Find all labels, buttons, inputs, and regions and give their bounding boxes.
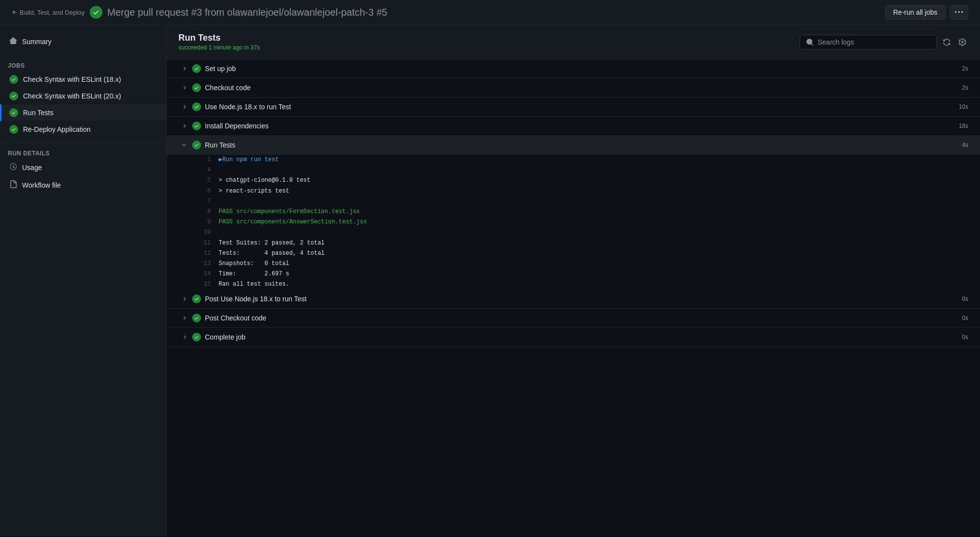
step-name: Post Checkout code	[205, 314, 949, 322]
step-duration: 0s	[949, 315, 968, 321]
main-layout: Summary Jobs Check Syntax with ESLint (1…	[0, 25, 980, 536]
search-box[interactable]	[800, 35, 937, 49]
step-duration: 4s	[949, 142, 968, 148]
step-status-icon	[192, 64, 201, 73]
steps-list: Set up job 2s Checkout code 2s	[167, 59, 980, 347]
step-name: Run Tests	[205, 141, 949, 149]
job-label: Re-Deploy Application	[23, 125, 91, 133]
log-line: 7	[167, 196, 980, 207]
log-line: 13 Snapshots: 0 total	[167, 259, 980, 269]
job-label: Check Syntax with ESLint (20.x)	[23, 92, 121, 100]
sidebar-divider-2	[0, 142, 166, 142]
sidebar-item-workflow-file[interactable]: Workflow file	[0, 176, 166, 194]
log-text: Snapshots: 0 total	[219, 259, 289, 268]
step-chevron-install-deps[interactable]	[178, 122, 190, 130]
sidebar-item-redeploy[interactable]: Re-Deploy Application	[0, 121, 166, 138]
sidebar: Summary Jobs Check Syntax with ESLint (1…	[0, 25, 167, 536]
log-output: 1 ▶Run npm run test 4 5 > chatgpt-clone@…	[167, 155, 980, 290]
step-chevron-checkout-code[interactable]	[178, 84, 190, 92]
file-icon	[9, 180, 17, 190]
sidebar-item-run-tests[interactable]: Run Tests	[0, 104, 166, 121]
step-set-up-job[interactable]: Set up job 2s	[167, 59, 980, 78]
line-number: 13	[196, 259, 211, 268]
log-text: > chatgpt-clone@0.1.0 test	[219, 176, 310, 185]
run-details-section-label: Run details	[0, 146, 166, 159]
more-options-button[interactable]	[950, 5, 968, 20]
step-name: Install Dependencies	[205, 122, 949, 130]
job-title: Run Tests	[178, 33, 260, 43]
usage-label: Usage	[22, 164, 42, 171]
step-chevron-post-use-nodejs[interactable]	[178, 295, 190, 303]
line-number: 8	[196, 207, 211, 217]
workflow-file-label: Workflow file	[22, 181, 61, 189]
line-number: 7	[196, 197, 211, 206]
search-icon	[806, 38, 814, 46]
sidebar-item-eslint-18[interactable]: Check Syntax with ESLint (18.x)	[0, 71, 166, 88]
rerun-all-jobs-button[interactable]: Re-run all jobs	[885, 5, 946, 20]
log-text: Time: 2.697 s	[219, 269, 289, 279]
header-actions	[800, 35, 968, 49]
log-line: 11 Test Suites: 2 passed, 2 total	[167, 238, 980, 248]
step-status-icon	[192, 333, 201, 342]
step-post-use-nodejs[interactable]: Post Use Node.js 18.x to run Test 0s	[167, 290, 980, 309]
workflow-status-icon	[90, 6, 102, 19]
home-icon	[9, 37, 17, 46]
job-info: Run Tests succeeded 1 minute ago in 37s	[178, 33, 260, 51]
step-chevron-run-tests[interactable]	[178, 141, 190, 149]
step-duration: 2s	[949, 65, 968, 72]
main-content: Run Tests succeeded 1 minute ago in 37s	[167, 25, 980, 536]
top-bar-right: Re-run all jobs	[885, 5, 968, 20]
search-input[interactable]	[818, 38, 916, 46]
log-line: 14 Time: 2.697 s	[167, 269, 980, 279]
job-status-icon	[9, 108, 18, 117]
line-number: 11	[196, 239, 211, 248]
step-use-nodejs[interactable]: Use Node.js 18.x to run Test 10s	[167, 98, 980, 117]
step-complete-job[interactable]: Complete job 0s	[167, 328, 980, 347]
step-status-icon	[192, 314, 201, 322]
job-time: 1 minute ago in 37s	[208, 44, 260, 51]
log-line: 9 PASS src/components/AnswerSection.test…	[167, 217, 980, 227]
log-line: 5 > chatgpt-clone@0.1.0 test	[167, 175, 980, 186]
line-number: 14	[196, 269, 211, 279]
summary-label: Summary	[22, 38, 51, 46]
line-number: 9	[196, 218, 211, 227]
settings-button[interactable]	[956, 36, 968, 48]
line-number: 6	[196, 187, 211, 196]
job-status-icon	[9, 92, 18, 100]
step-name: Set up job	[205, 65, 949, 73]
log-text	[219, 166, 222, 175]
log-line: 15 Ran all test suites.	[167, 279, 980, 290]
step-name: Complete job	[205, 333, 949, 341]
step-checkout-code[interactable]: Checkout code 2s	[167, 78, 980, 98]
step-status-icon	[192, 122, 201, 130]
step-duration: 2s	[949, 84, 968, 91]
back-link[interactable]: Build, Test, and Deploy	[12, 9, 85, 16]
job-label: Check Syntax with ESLint (18.x)	[23, 75, 121, 83]
step-duration: 18s	[949, 122, 968, 129]
step-run-tests[interactable]: Run Tests 4s	[167, 136, 980, 155]
job-status-icon	[9, 75, 18, 84]
step-status-icon	[192, 102, 201, 111]
refresh-button[interactable]	[941, 36, 953, 48]
log-line: 12 Tests: 4 passed, 4 total	[167, 248, 980, 259]
job-status-icon	[9, 125, 18, 134]
step-status-icon	[192, 294, 201, 303]
sidebar-item-usage[interactable]: Usage	[0, 159, 166, 176]
step-chevron-post-checkout[interactable]	[178, 314, 190, 322]
step-chevron-complete-job[interactable]	[178, 333, 190, 341]
job-subtitle: succeeded 1 minute ago in 37s	[178, 44, 260, 51]
step-name: Checkout code	[205, 84, 949, 92]
step-chevron-use-nodejs[interactable]	[178, 103, 190, 111]
log-line: 6 > react-scripts test	[167, 186, 980, 196]
step-status-icon	[192, 83, 201, 92]
step-duration: 0s	[949, 334, 968, 341]
jobs-section-label: Jobs	[0, 58, 166, 71]
step-chevron-set-up-job[interactable]	[178, 65, 190, 73]
sidebar-item-summary[interactable]: Summary	[0, 33, 166, 50]
step-duration: 10s	[949, 103, 968, 110]
step-install-deps[interactable]: Install Dependencies 18s	[167, 117, 980, 136]
log-text	[219, 228, 222, 237]
step-post-checkout-code[interactable]: Post Checkout code 0s	[167, 309, 980, 328]
log-text: PASS src/components/FormSection.test.jsx	[219, 207, 360, 217]
sidebar-item-eslint-20[interactable]: Check Syntax with ESLint (20.x)	[0, 88, 166, 104]
